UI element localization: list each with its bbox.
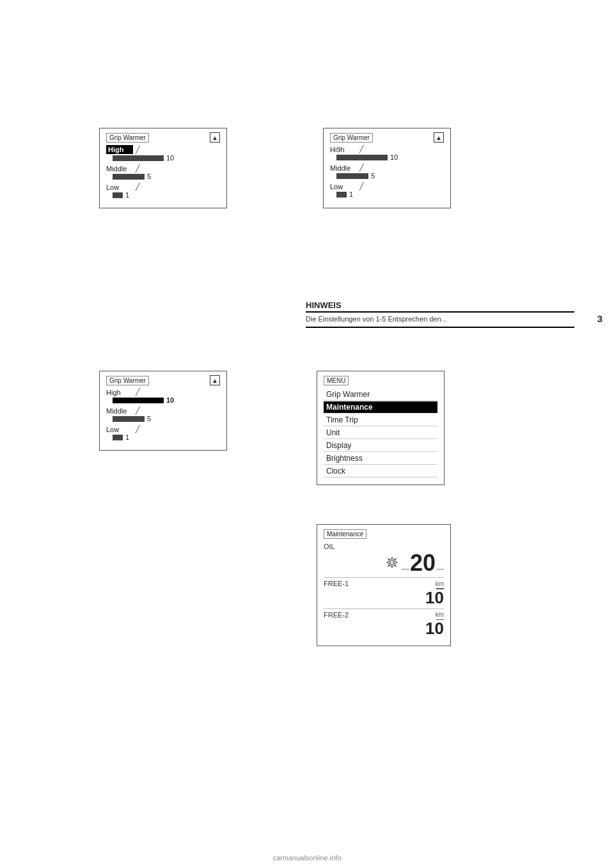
panel1-title: Grip Warmer bbox=[106, 133, 149, 143]
grip-middle-bar-2 bbox=[336, 173, 368, 179]
grip-high-label-1: High bbox=[106, 145, 133, 154]
grip-low-label-1: Low bbox=[106, 183, 133, 191]
menu-panel: MENU Grip Warmer Maintenance Time Trip U… bbox=[317, 371, 445, 485]
grip-low-row-1: Low ╱ 1 bbox=[106, 183, 220, 199]
grip-low-val-2: 1 bbox=[349, 190, 353, 198]
grip-low-label-3: Low bbox=[106, 426, 133, 433]
menu-item-display[interactable]: Display bbox=[324, 440, 437, 452]
grip-low-bar-3 bbox=[113, 435, 123, 440]
grip-high-label-2: Hi9h bbox=[330, 146, 357, 153]
panel3-title: Grip Warmer bbox=[106, 376, 149, 385]
panel3-header: Grip Warmer ▲ bbox=[106, 375, 220, 385]
free2-row: FREE-2 km 10 bbox=[324, 611, 444, 637]
grip-middle-val-1: 5 bbox=[147, 173, 151, 180]
free2-unit: km bbox=[436, 611, 444, 618]
menu-tag: MENU bbox=[324, 376, 349, 385]
hinweis-text: Die Einstellungen von 1-5 Entsprechen de… bbox=[306, 314, 574, 328]
panel1-header: Grip Warmer ▲ bbox=[106, 132, 220, 143]
oil-gear-icon bbox=[385, 556, 399, 570]
grip-low-bar-1 bbox=[113, 192, 123, 198]
grip-high-bar-1 bbox=[113, 155, 164, 161]
svg-point-0 bbox=[390, 561, 394, 564]
free1-value: 10 bbox=[425, 588, 444, 607]
slash-4: ╱ bbox=[359, 145, 364, 153]
grip-low-val-1: 1 bbox=[125, 191, 129, 199]
grip-middle-bar-1 bbox=[113, 174, 145, 180]
grip-middle-bar-3 bbox=[113, 416, 145, 422]
grip-middle-row-3: Middle ╱ 5 bbox=[106, 407, 220, 422]
free2-label: FREE-2 bbox=[324, 611, 349, 619]
grip-middle-val-3: 5 bbox=[147, 415, 151, 422]
maintenance-panel: Maintenance OIL — 20 — bbox=[317, 524, 451, 646]
grip-low-label-2: Low bbox=[330, 183, 357, 190]
slash-9: ╱ bbox=[136, 425, 140, 433]
grip-warmer-panel-3: Grip Warmer ▲ High ╱ 10 Middle ╱ 5 bbox=[99, 371, 227, 451]
grip-high-bar-3-selected bbox=[113, 398, 164, 403]
hinweis-block: HINWEIS Die Einstellungen von 1-5 Entspr… bbox=[306, 300, 574, 328]
grip-middle-label-3: Middle bbox=[106, 407, 133, 415]
menu-item-brightness[interactable]: Brightness bbox=[324, 453, 437, 465]
slash-2: ╱ bbox=[136, 164, 140, 173]
grip-low-bar-2 bbox=[336, 192, 347, 198]
menu-item-time-trip[interactable]: Time Trip bbox=[324, 414, 437, 426]
watermark: carmanualsonline.info bbox=[272, 854, 341, 862]
maintenance-title: Maintenance bbox=[324, 529, 366, 539]
grip-high-bar-2 bbox=[336, 155, 388, 160]
menu-item-grip-warmer[interactable]: Grip Warmer bbox=[324, 389, 437, 401]
grip-middle-label-1: Middle bbox=[106, 165, 133, 173]
alert-icon-3: ▲ bbox=[210, 375, 220, 385]
panel2-header: Grip Warmer ▲ bbox=[330, 132, 444, 143]
panel2-title: Grip Warmer bbox=[330, 133, 373, 143]
grip-warmer-panel-2: Grip Warmer ▲ Hi9h ╱ 10 Middle ╱ 5 bbox=[323, 128, 451, 208]
oil-value: 20 bbox=[410, 552, 436, 575]
grip-warmer-panel-1: Grip Warmer ▲ High ╱ 10 Middle ╱ 5 bbox=[99, 128, 227, 208]
grip-low-row-3: Low ╱ 1 bbox=[106, 425, 220, 441]
slash-7: ╱ bbox=[136, 388, 140, 396]
menu-item-clock[interactable]: Clock bbox=[324, 465, 437, 477]
slash-6: ╱ bbox=[359, 182, 364, 190]
menu-item-unit[interactable]: Unit bbox=[324, 427, 437, 439]
page-number: 3 bbox=[597, 313, 602, 324]
alert-icon-2: ▲ bbox=[434, 132, 444, 143]
grip-middle-label-2: Middle bbox=[330, 164, 357, 172]
grip-high-val-3: 10 bbox=[166, 396, 174, 404]
menu-title-bar: MENU bbox=[324, 375, 437, 385]
oil-row: OIL — 20 — bbox=[324, 543, 444, 575]
free1-row: FREE-1 km 10 bbox=[324, 580, 444, 606]
slash-1: ╱ bbox=[136, 146, 140, 154]
slash-5: ╱ bbox=[359, 164, 364, 172]
grip-low-row-2: Low ╱ 1 bbox=[330, 182, 444, 198]
grip-high-row-2: Hi9h ╱ 10 bbox=[330, 145, 444, 161]
hinweis-title: HINWEIS bbox=[306, 300, 574, 313]
alert-icon-1: ▲ bbox=[210, 132, 220, 143]
grip-high-row-1: High ╱ 10 bbox=[106, 145, 220, 162]
grip-middle-val-2: 5 bbox=[371, 172, 375, 180]
free1-unit: km bbox=[436, 580, 444, 587]
grip-middle-row-2: Middle ╱ 5 bbox=[330, 164, 444, 180]
free1-label: FREE-1 bbox=[324, 580, 349, 587]
grip-high-val-1: 10 bbox=[166, 154, 174, 162]
free2-value: 10 bbox=[425, 619, 444, 638]
grip-high-row-3: High ╱ 10 bbox=[106, 388, 220, 404]
free1-divider bbox=[324, 608, 444, 609]
slash-8: ╱ bbox=[136, 407, 140, 415]
slash-3: ╱ bbox=[136, 183, 140, 191]
grip-high-val-2: 10 bbox=[390, 153, 398, 161]
grip-high-label-3: High bbox=[106, 389, 133, 396]
grip-middle-row-1: Middle ╱ 5 bbox=[106, 164, 220, 180]
grip-low-val-3: 1 bbox=[125, 433, 129, 441]
oil-divider bbox=[324, 577, 444, 578]
menu-item-maintenance[interactable]: Maintenance bbox=[324, 401, 437, 414]
